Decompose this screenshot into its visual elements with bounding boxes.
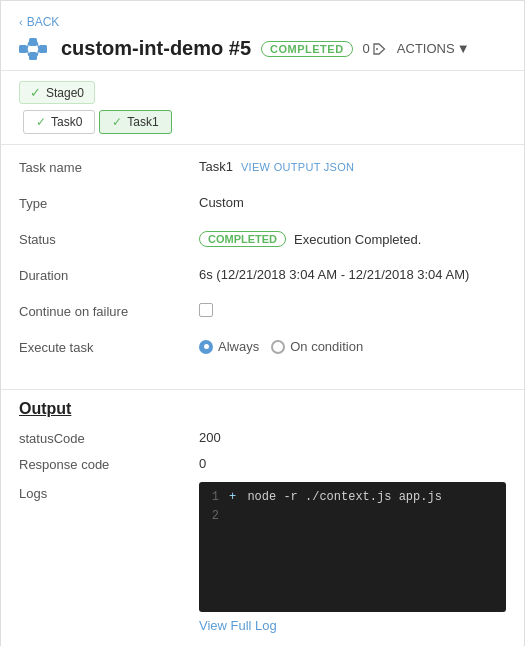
- response-code-row: Response code 0: [19, 456, 506, 472]
- chevron-left-icon: ‹: [19, 16, 23, 28]
- back-link[interactable]: ‹ BACK: [19, 15, 506, 29]
- svg-line-6: [37, 42, 39, 49]
- response-code-value: 0: [199, 456, 506, 471]
- type-value: Custom: [199, 195, 506, 210]
- continue-failure-checkbox[interactable]: [199, 303, 213, 317]
- svg-line-5: [27, 49, 29, 56]
- status-code-row: statusCode 200: [19, 430, 506, 446]
- always-option[interactable]: Always: [199, 339, 259, 354]
- execute-task-label: Execute task: [19, 339, 199, 355]
- continue-failure-row: Continue on failure: [19, 303, 506, 325]
- svg-rect-0: [19, 45, 27, 53]
- svg-line-4: [27, 42, 29, 49]
- log-line-1: 1 + node -r ./context.js app.js: [207, 488, 498, 507]
- task-name-value: Task1 VIEW OUTPUT JSON: [199, 159, 506, 174]
- tasks-row: ✓ Task0 ✓ Task1: [19, 110, 506, 134]
- svg-rect-2: [29, 52, 37, 60]
- line-code-1: + node -r ./context.js app.js: [229, 488, 442, 507]
- execute-task-row: Execute task Always On condition: [19, 339, 506, 361]
- view-output-link[interactable]: VIEW OUTPUT JSON: [241, 161, 354, 173]
- duration-value: 6s (12/21/2018 3:04 AM - 12/21/2018 3:04…: [199, 267, 506, 282]
- log-line-2: 2: [207, 507, 498, 526]
- back-label: BACK: [27, 15, 60, 29]
- on-condition-option[interactable]: On condition: [271, 339, 363, 354]
- response-code-label: Response code: [19, 456, 199, 472]
- view-full-log-link[interactable]: View Full Log: [19, 618, 506, 633]
- check-icon: ✓: [30, 85, 41, 100]
- status-description: Execution Completed.: [294, 232, 421, 247]
- duration-label: Duration: [19, 267, 199, 283]
- output-section: Output statusCode 200 Response code 0 Lo…: [1, 390, 524, 646]
- line-num-2: 2: [207, 507, 219, 526]
- details-section: Task name Task1 VIEW OUTPUT JSON Type Cu…: [1, 145, 524, 390]
- header: ‹ BACK custom-int-demo #5 COMPLETED 0: [1, 1, 524, 71]
- logs-label: Logs: [19, 482, 199, 501]
- continue-failure-value: [199, 303, 506, 317]
- stages-section: ✓ Stage0 ✓ Task0 ✓ Task1: [1, 71, 524, 145]
- page-title: custom-int-demo #5: [61, 37, 251, 60]
- execute-task-value: Always On condition: [199, 339, 506, 354]
- svg-rect-3: [39, 45, 47, 53]
- stage-row: ✓ Stage0: [19, 81, 506, 104]
- status-label: Status: [19, 231, 199, 247]
- tag-count: 0: [363, 41, 387, 56]
- execute-radio-group: Always On condition: [199, 339, 363, 354]
- on-condition-label: On condition: [290, 339, 363, 354]
- svg-line-7: [37, 49, 39, 56]
- on-condition-radio[interactable]: [271, 340, 285, 354]
- task-name-row: Task name Task1 VIEW OUTPUT JSON: [19, 159, 506, 181]
- task1-button[interactable]: ✓ Task1: [99, 110, 171, 134]
- status-badge: COMPLETED: [199, 231, 286, 247]
- stage0-label[interactable]: ✓ Stage0: [19, 81, 95, 104]
- logs-code-block: 1 + node -r ./context.js app.js 2: [199, 482, 506, 612]
- status-value: COMPLETED Execution Completed.: [199, 231, 506, 247]
- check-icon: ✓: [112, 115, 122, 129]
- tag-icon: [373, 43, 387, 55]
- logs-container: Logs 1 + node -r ./context.js app.js 2: [19, 482, 506, 612]
- task-name-label: Task name: [19, 159, 199, 175]
- always-radio[interactable]: [199, 340, 213, 354]
- task0-button[interactable]: ✓ Task0: [23, 110, 95, 134]
- line-code-2: [229, 507, 236, 526]
- pipeline-icon: [19, 38, 47, 60]
- svg-point-8: [376, 48, 378, 50]
- continue-failure-label: Continue on failure: [19, 303, 199, 319]
- output-heading: Output: [19, 400, 506, 418]
- type-label: Type: [19, 195, 199, 211]
- always-label: Always: [218, 339, 259, 354]
- header-status-badge: COMPLETED: [261, 41, 353, 57]
- svg-rect-1: [29, 38, 37, 46]
- line-num-1: 1: [207, 488, 219, 507]
- actions-button[interactable]: ACTIONS ▼: [397, 41, 470, 56]
- status-row: Status COMPLETED Execution Completed.: [19, 231, 506, 253]
- check-icon: ✓: [36, 115, 46, 129]
- statuscode-value: 200: [199, 430, 506, 445]
- chevron-down-icon: ▼: [457, 41, 470, 56]
- title-row: custom-int-demo #5 COMPLETED 0 ACTIONS ▼: [19, 37, 506, 60]
- statuscode-label: statusCode: [19, 430, 199, 446]
- duration-row: Duration 6s (12/21/2018 3:04 AM - 12/21/…: [19, 267, 506, 289]
- type-row: Type Custom: [19, 195, 506, 217]
